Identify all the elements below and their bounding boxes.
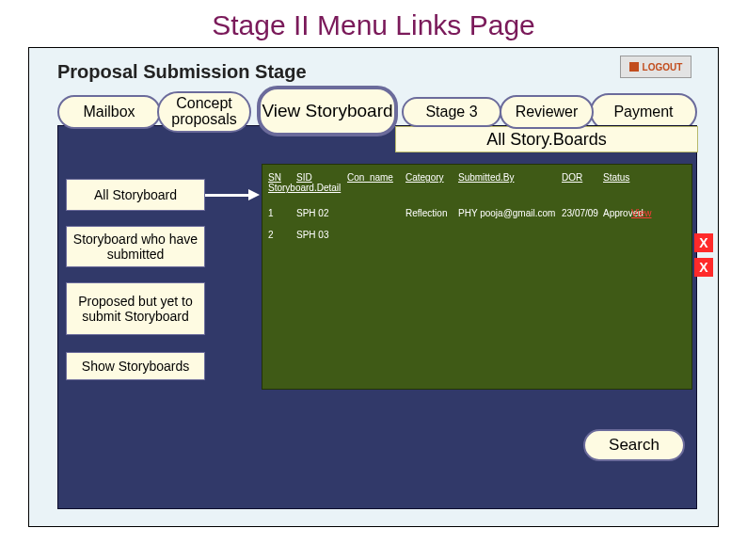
sidebar-item-proposed[interactable]: Proposed but yet to submit Storyboard (66, 282, 205, 335)
logout-icon (629, 62, 639, 72)
slide-canvas: Proposal Submission Stage LOGOUT Mailbox… (28, 47, 719, 527)
delete-row-button[interactable]: X (694, 233, 713, 252)
nav-view-storyboard[interactable]: View Storyboard (257, 86, 398, 136)
cell-dor: 23/07/09 (562, 208, 603, 218)
col-category: Category (405, 172, 458, 183)
sidebar-label-all: All Storyboard (94, 187, 177, 202)
sidebar-item-submitted[interactable]: Storyboard who have submitted (66, 226, 205, 267)
table-subheader: Storyboard.Detail (262, 183, 691, 202)
sidebar-item-show[interactable]: Show Storyboards (66, 352, 205, 380)
nav-concept-label: Concept proposals (159, 96, 249, 128)
search-button[interactable]: Search (583, 429, 685, 461)
banner-all-storyboards: All Story.Boards (395, 126, 698, 152)
storyboard-table: SN SID Con_name Category Submitted.By DO… (262, 164, 692, 390)
arrow-icon (205, 190, 262, 200)
sidebar-label-proposed: Proposed but yet to submit Storyboard (72, 294, 199, 324)
col-status: Status (603, 172, 648, 183)
table-header-row: SN SID Con_name Category Submitted.By DO… (262, 165, 691, 183)
logout-button[interactable]: LOGOUT (620, 56, 691, 78)
nav-payment-label: Payment (613, 104, 673, 120)
cell-sid: SPH 02 (296, 208, 347, 218)
col-submitted-by: Submitted.By (458, 172, 562, 183)
sidebar-label-submitted: Storyboard who have submitted (72, 232, 199, 262)
nav-mailbox-label: Mailbox (83, 104, 135, 120)
search-label: Search (609, 436, 660, 455)
col-con-name: Con_name (347, 172, 405, 183)
delete-row-button[interactable]: X (694, 258, 713, 277)
cell-sn: 2 (268, 230, 296, 240)
col-sn: SN (268, 172, 296, 183)
col-dor: DOR (562, 172, 603, 183)
nav-stage3-label: Stage 3 (425, 104, 477, 120)
nav-reviewer[interactable]: Reviewer (500, 95, 594, 129)
table-row: 2 SPH 03 (262, 224, 691, 246)
main-panel: All Story.Boards All Storyboard Storyboa… (57, 125, 697, 509)
table-row: 1 SPH 02 Reflection PHY pooja@gmail.com … (262, 202, 691, 224)
sidebar-item-all-storyboard[interactable]: All Storyboard (66, 179, 205, 211)
cell-cat: Reflection (405, 208, 458, 218)
nav-stage3[interactable]: Stage 3 (402, 97, 501, 127)
logout-label: LOGOUT (643, 62, 683, 72)
sidebar-label-show: Show Storyboards (82, 359, 189, 374)
view-link[interactable]: View (631, 208, 652, 218)
cell-sn: 1 (268, 208, 296, 218)
cell-sid: SPH 03 (296, 230, 347, 240)
col-sid: SID (296, 172, 347, 183)
cell-sub: PHY pooja@gmail.com (458, 208, 562, 218)
stage-label: Proposal Submission Stage (57, 61, 307, 83)
page-title: Stage II Menu Links Page (0, 0, 747, 47)
nav-concept[interactable]: Concept proposals (157, 91, 251, 133)
nav-mailbox[interactable]: Mailbox (57, 95, 161, 129)
nav-view-label: View Storyboard (262, 102, 392, 120)
nav-reviewer-label: Reviewer (516, 104, 579, 120)
